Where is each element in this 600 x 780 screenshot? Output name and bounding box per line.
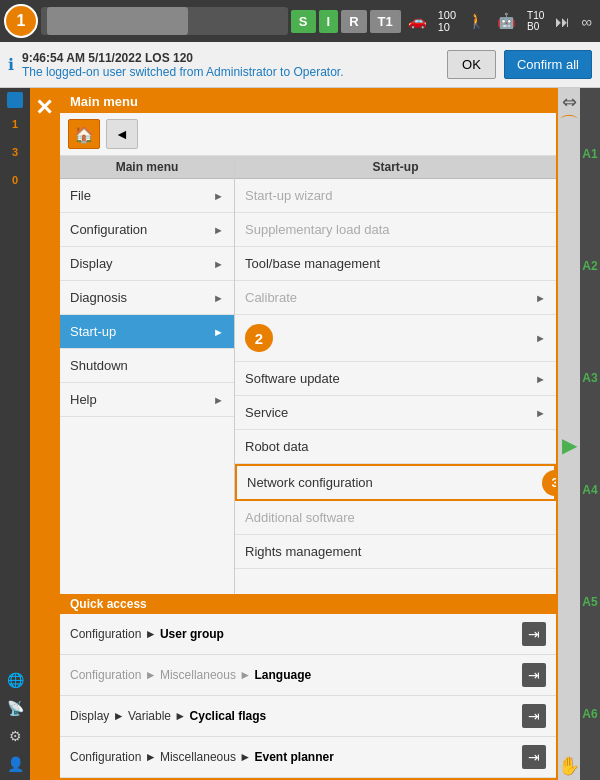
num-3: 3 [3, 140, 27, 164]
menu-nav: 🏠 ◄ [60, 113, 556, 156]
quick-path-3: Configuration ► Miscellaneous ► Event pl… [70, 750, 334, 764]
quick-item-0[interactable]: Configuration ► User group ⇥ [60, 614, 556, 655]
curve-icon[interactable]: ⌒ [559, 114, 579, 134]
play-icon[interactable]: ▶ [559, 435, 579, 455]
right-menu-col: Start-up Start-up wizard Supplementary l… [235, 156, 556, 594]
quick-access-items: Configuration ► User group ⇥ Configurati… [60, 614, 556, 778]
menu-header: Main menu [60, 90, 556, 113]
axis-bar: A1 A2 A3 A4 A5 A6 [580, 88, 600, 780]
axis-a4[interactable]: A4 [582, 483, 597, 497]
right-menu-items: Start-up wizard Supplementary load data … [235, 179, 556, 594]
speed-value: 100 10 [434, 7, 460, 35]
ok-button[interactable]: OK [447, 50, 496, 79]
left-menu-col: Main menu File ► Configuration ► Display [60, 156, 235, 594]
speed-icon: 🚗 [404, 10, 431, 32]
axis-a2[interactable]: A2 [582, 259, 597, 273]
axis-a5[interactable]: A5 [582, 595, 597, 609]
notif-text: 9:46:54 AM 5/11/2022 LOS 120 The logged-… [22, 51, 439, 79]
menu-item-startup[interactable]: Start-up ► [60, 315, 234, 349]
menu-item-shutdown[interactable]: Shutdown [60, 349, 234, 383]
num-0: 0 [3, 168, 27, 192]
quick-path-1: Configuration ► Miscellaneous ► Language [70, 668, 311, 682]
satellite-icon[interactable]: 📡 [3, 696, 27, 720]
main-area: 1 3 0 🌐 📡 ⚙ 👤 ✕ Main menu 🏠 ◄ Main menu [0, 88, 600, 780]
robot-icon: 🤖 [493, 10, 520, 32]
axis-a3[interactable]: A3 [582, 371, 597, 385]
axis-a1[interactable]: A1 [582, 147, 597, 161]
left-col-header: Main menu [60, 156, 234, 179]
btn-i[interactable]: I [319, 10, 339, 33]
menu-item-robot-data[interactable]: Robot data [235, 430, 556, 464]
arrows-icon[interactable]: ⇔ [559, 92, 579, 112]
quick-item-2[interactable]: Display ► Variable ► Cyclical flags ⇥ [60, 696, 556, 737]
menu-columns: Main menu File ► Configuration ► Display [60, 156, 556, 594]
menu-item-help[interactable]: Help ► [60, 383, 234, 417]
info-icon: ℹ [8, 55, 14, 74]
step2-badge: 2 [245, 324, 273, 352]
progress-fill [47, 7, 188, 35]
hand-icon[interactable]: ✋ [559, 756, 579, 776]
menu-item-rights-management[interactable]: Rights management [235, 535, 556, 569]
indicator-icon [7, 92, 23, 108]
menu-item-display[interactable]: Display ► [60, 247, 234, 281]
person-icon[interactable]: 👤 [3, 752, 27, 776]
menu-item-badge2[interactable]: 2 ► [235, 315, 556, 362]
quick-pin-1[interactable]: ⇥ [522, 663, 546, 687]
walk-icon: 🚶 [463, 10, 490, 32]
quick-item-1[interactable]: Configuration ► Miscellaneous ► Language… [60, 655, 556, 696]
right-sidebar: ⇔ ⌒ ▶ ✋ [558, 88, 580, 780]
close-col: ✕ [30, 88, 58, 780]
globe-icon[interactable]: 🌐 [3, 668, 27, 692]
quick-path-0: Configuration ► User group [70, 627, 224, 641]
quick-pin-2[interactable]: ⇥ [522, 704, 546, 728]
menu-item-startup-wizard: Start-up wizard [235, 179, 556, 213]
notification-bar: ℹ 9:46:54 AM 5/11/2022 LOS 120 The logge… [0, 42, 600, 88]
menu-item-software-update[interactable]: Software update ► [235, 362, 556, 396]
axis-a6[interactable]: A6 [582, 707, 597, 721]
close-button[interactable]: ✕ [30, 94, 58, 122]
step1-badge: 1 [4, 4, 38, 38]
menu-item-calibrate: Calibrate ► [235, 281, 556, 315]
back-button[interactable]: ◄ [106, 119, 138, 149]
t10-label: T10 B0 [523, 8, 548, 34]
step3-badge: 3 [542, 470, 556, 496]
menu-item-configuration[interactable]: Configuration ► [60, 213, 234, 247]
left-menu-items: File ► Configuration ► Display ► Diagn [60, 179, 234, 594]
home-button[interactable]: 🏠 [68, 119, 100, 149]
quick-pin-3[interactable]: ⇥ [522, 745, 546, 769]
infinity-icon: ∞ [577, 11, 596, 32]
menu-item-additional-software: Additional software [235, 501, 556, 535]
right-col-header: Start-up [235, 156, 556, 179]
center-content: Main menu 🏠 ◄ Main menu File ► Configura… [58, 88, 558, 780]
menu-item-network-config[interactable]: Network configuration 3 [235, 464, 556, 501]
progress-bar [41, 7, 288, 35]
top-toolbar: 1 S I R T1 🚗 100 10 🚶 🤖 T10 B0 ⏭ ∞ [0, 0, 600, 42]
menu-item-supplementary: Supplementary load data [235, 213, 556, 247]
btn-r[interactable]: R [341, 10, 366, 33]
quick-access-header: Quick access [60, 594, 556, 614]
notif-timestamp: 9:46:54 AM 5/11/2022 LOS 120 [22, 51, 439, 65]
num-1: 1 [3, 112, 27, 136]
btn-t1[interactable]: T1 [370, 10, 401, 33]
quick-item-3[interactable]: Configuration ► Miscellaneous ► Event pl… [60, 737, 556, 778]
btn-s[interactable]: S [291, 10, 316, 33]
menu-item-toolbase[interactable]: Tool/base management [235, 247, 556, 281]
settings-icon[interactable]: ⚙ [3, 724, 27, 748]
menu-panel: Main menu 🏠 ◄ Main menu File ► Configura… [58, 88, 558, 780]
confirm-all-button[interactable]: Confirm all [504, 50, 592, 79]
menu-item-diagnosis[interactable]: Diagnosis ► [60, 281, 234, 315]
quick-path-2: Display ► Variable ► Cyclical flags [70, 709, 266, 723]
left-icons-col: 1 3 0 🌐 📡 ⚙ 👤 [0, 88, 30, 780]
skip-icon: ⏭ [551, 11, 574, 32]
menu-item-service[interactable]: Service ► [235, 396, 556, 430]
menu-item-file[interactable]: File ► [60, 179, 234, 213]
notif-message: The logged-on user switched from Adminis… [22, 65, 439, 79]
quick-pin-0[interactable]: ⇥ [522, 622, 546, 646]
